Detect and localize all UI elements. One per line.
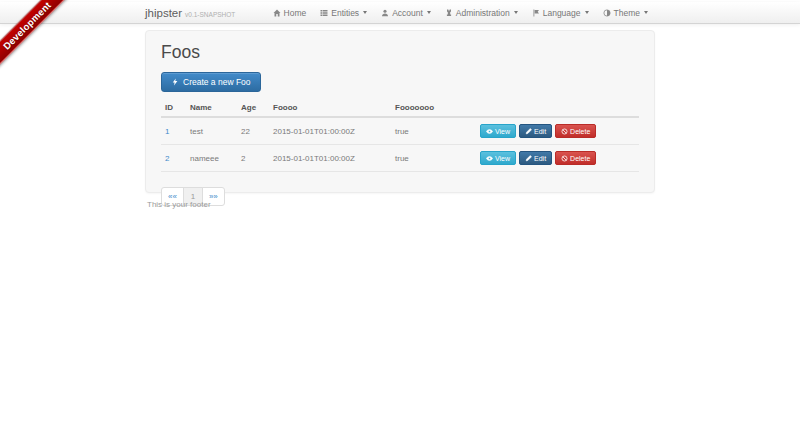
top-navbar: jhipster v0.1-SNAPSHOT Home Entities Acc… (0, 2, 800, 24)
chevron-down-icon (363, 11, 367, 14)
nav-item-theme[interactable]: Theme (596, 2, 655, 23)
flag-icon (532, 9, 540, 17)
header-id: ID (161, 100, 186, 117)
row-actions: View Edit Delete (480, 151, 635, 165)
edit-label: Edit (534, 128, 546, 135)
foos-table: ID Name Age Foooo Fooooooo 1 test 22 201… (161, 100, 639, 172)
eye-icon (486, 128, 493, 135)
nav-item-home[interactable]: Home (266, 2, 314, 23)
cell-age: 22 (237, 117, 269, 145)
pencil-icon (525, 155, 532, 162)
delete-label: Delete (570, 128, 590, 135)
cell-name: test (186, 117, 237, 145)
home-icon (273, 9, 281, 17)
edit-button[interactable]: Edit (519, 151, 552, 165)
delete-button[interactable]: Delete (555, 151, 596, 165)
view-label: View (495, 155, 510, 162)
nav-label: Administration (456, 8, 510, 18)
delete-button[interactable]: Delete (555, 124, 596, 138)
nav-label: Home (284, 8, 307, 18)
nav-item-language[interactable]: Language (525, 2, 596, 23)
view-button[interactable]: View (480, 124, 516, 138)
cell-foooo: 2015-01-01T01:00:00Z (269, 145, 391, 172)
row-id-link[interactable]: 2 (165, 154, 169, 163)
view-button[interactable]: View (480, 151, 516, 165)
header-foooo: Foooo (269, 100, 391, 117)
cell-fooooooo: true (391, 117, 476, 145)
header-fooooooo: Fooooooo (391, 100, 476, 117)
edit-label: Edit (534, 155, 546, 162)
row-id-link[interactable]: 1 (165, 127, 169, 136)
nav-item-account[interactable]: Account (374, 2, 438, 23)
list-icon (320, 9, 328, 17)
navbar-menu: Home Entities Account Administration Lan… (266, 2, 655, 23)
create-foo-label: Create a new Foo (183, 77, 251, 87)
navbar-container: jhipster v0.1-SNAPSHOT Home Entities Acc… (145, 2, 655, 23)
table-row: 2 nameee 2 2015-01-01T01:00:00Z true Vie… (161, 145, 639, 172)
chevron-down-icon (427, 11, 431, 14)
table-header-row: ID Name Age Foooo Fooooooo (161, 100, 639, 117)
header-age: Age (237, 100, 269, 117)
table-row: 1 test 22 2015-01-01T01:00:00Z true View… (161, 117, 639, 145)
nav-item-entities[interactable]: Entities (313, 2, 374, 23)
chevron-down-icon (514, 11, 518, 14)
chevron-down-icon (644, 11, 648, 14)
delete-label: Delete (570, 155, 590, 162)
edit-button[interactable]: Edit (519, 124, 552, 138)
create-foo-button[interactable]: Create a new Foo (161, 72, 261, 92)
brand-link[interactable]: jhipster v0.1-SNAPSHOT (145, 7, 235, 19)
tower-icon (445, 9, 453, 17)
page-footer: This is your footer (147, 200, 211, 209)
user-icon (381, 9, 389, 17)
eye-icon (486, 155, 493, 162)
nav-label: Theme (614, 8, 640, 18)
nav-item-administration[interactable]: Administration (438, 2, 525, 23)
cell-fooooooo: true (391, 145, 476, 172)
header-name: Name (186, 100, 237, 117)
adjust-icon (603, 9, 611, 17)
brand-version: v0.1-SNAPSHOT (185, 11, 235, 18)
ban-circle-icon (561, 128, 568, 135)
cell-name: nameee (186, 145, 237, 172)
view-label: View (495, 128, 510, 135)
bolt-icon (171, 78, 179, 86)
main-content-panel: Foos Create a new Foo ID Name Age Foooo … (145, 30, 655, 193)
nav-label: Language (543, 8, 581, 18)
cell-foooo: 2015-01-01T01:00:00Z (269, 117, 391, 145)
nav-label: Account (392, 8, 423, 18)
brand-name: jhipster (145, 7, 182, 19)
ban-circle-icon (561, 155, 568, 162)
header-actions (476, 100, 639, 117)
pencil-icon (525, 128, 532, 135)
page-title: Foos (161, 42, 639, 63)
row-actions: View Edit Delete (480, 124, 635, 138)
chevron-down-icon (585, 11, 589, 14)
cell-age: 2 (237, 145, 269, 172)
nav-label: Entities (331, 8, 359, 18)
